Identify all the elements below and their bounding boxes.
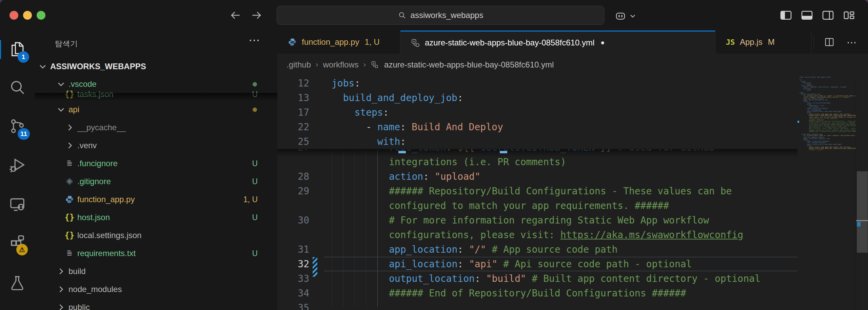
- sidebar-more-actions-icon[interactable]: ⋯: [249, 33, 261, 47]
- dirty-indicator: ●: [600, 39, 605, 46]
- search-icon: [398, 11, 407, 20]
- sticky-line-22: 22 - name: Build And Deploy: [277, 120, 797, 134]
- split-editor-icon[interactable]: [824, 36, 835, 48]
- toggle-panel-icon[interactable]: [800, 8, 814, 22]
- tree-item-api[interactable]: api: [35, 101, 277, 118]
- chevron-right-icon: [56, 267, 66, 276]
- tab-status-suffix: M: [768, 37, 775, 47]
- workflow-icon: [371, 60, 379, 69]
- vscode-window: assiworks_webapps: [0, 0, 868, 310]
- line-number: 28: [277, 169, 309, 184]
- git-status-badge: U: [252, 213, 258, 222]
- chevron-down-icon[interactable]: [629, 12, 636, 20]
- forward-arrow[interactable]: [250, 9, 263, 22]
- activity-item-search[interactable]: [8, 78, 26, 96]
- scrollbar-slider[interactable]: [857, 171, 868, 253]
- minimize-window-button[interactable]: [23, 11, 32, 20]
- scrollbar[interactable]: [856, 76, 868, 310]
- tree-item--pycache-[interactable]: __pycache__: [35, 119, 277, 136]
- code-line-35: 35: [277, 301, 868, 310]
- line-number: 30: [277, 213, 309, 228]
- breadcrumb-separator: ›: [316, 60, 318, 69]
- layout-controls: [779, 8, 856, 22]
- line-number: 32: [277, 257, 309, 271]
- list-icon: [64, 158, 75, 169]
- activity-item-run-debug[interactable]: [8, 156, 26, 174]
- tab-function-app[interactable]: function_app.py1, U: [277, 31, 400, 54]
- tree-item-label: function_app.py: [77, 195, 135, 204]
- sticky-scroll: 12jobs:13 build_and_deploy_job:17 steps:…: [277, 76, 797, 149]
- tree-item-requirements-txt[interactable]: requirements.txtU: [35, 245, 277, 262]
- badge-extensions: ⚠: [16, 244, 28, 255]
- close-window-button[interactable]: [9, 11, 18, 20]
- toggle-secondary-sidebar-icon[interactable]: [821, 8, 835, 22]
- back-arrow[interactable]: [229, 9, 242, 22]
- tree-item-local-settings-json[interactable]: {}local.settings.json: [35, 227, 277, 244]
- tree-item-host-json[interactable]: {}host.jsonU: [35, 209, 277, 226]
- activity-item-remote-explorer[interactable]: [8, 195, 26, 213]
- workflow-icon: [411, 38, 420, 47]
- code-line-34: 34###### End of Repository/Build Configu…: [277, 286, 868, 301]
- sidebar-title: 탐색기: [55, 39, 78, 49]
- tab-azure-yml[interactable]: azure-static-web-apps-blue-bay-0858fc610…: [400, 31, 715, 54]
- tab-app-js[interactable]: JSApp.jsM: [715, 31, 811, 54]
- sticky-line-25: 25 with:: [277, 134, 797, 149]
- tree-item-function-app-py[interactable]: function_app.py1, U: [35, 191, 277, 208]
- code-editor[interactable]: 27repo_token: ${{ secrets.GITHUB_TOKEN }…: [277, 76, 868, 310]
- tree-item-label: api: [68, 105, 79, 114]
- python-icon: [288, 37, 297, 47]
- tree-item-build[interactable]: build: [35, 263, 277, 280]
- tree-item-label: .venv: [77, 141, 97, 150]
- zoom-window-button[interactable]: [37, 11, 45, 20]
- overview-modified-marker: [857, 222, 861, 227]
- activity-item-testing[interactable]: [8, 274, 26, 292]
- chevron-right-icon: [56, 285, 66, 294]
- git-status-badge: U: [252, 159, 258, 168]
- line-number: 12: [277, 76, 309, 91]
- more-actions-icon[interactable]: ⋯: [847, 36, 858, 48]
- tree-item-label: tasks.json: [77, 90, 114, 99]
- git-status-badge: U: [252, 90, 258, 99]
- command-center-search[interactable]: assiworks_webapps: [277, 6, 604, 25]
- selection-highlight: [500, 151, 507, 153]
- minimap[interactable]: name: Azure Static Web Apps CI/CD on: pu…: [797, 76, 856, 310]
- breadcrumb-segment[interactable]: .github: [287, 60, 311, 70]
- search-icon: [8, 78, 26, 96]
- titlebar: assiworks_webapps: [0, 0, 868, 31]
- tree-root[interactable]: ASSIWORKS_WEBAPPS: [35, 58, 277, 75]
- toggle-primary-sidebar-icon[interactable]: [779, 8, 793, 22]
- tab-label: App.js: [740, 37, 763, 47]
- git-modified-gutter: [313, 257, 317, 277]
- line-number: 17: [277, 105, 309, 120]
- minimap-modified-marker: [797, 121, 799, 123]
- json-icon: {}: [64, 230, 75, 240]
- git-status-badge: 1, U: [243, 195, 258, 204]
- overview-cursor-marker: [856, 220, 868, 221]
- line-number: 13: [277, 91, 309, 105]
- customize-layout-icon[interactable]: [842, 8, 856, 22]
- beaker-icon: [8, 274, 26, 292]
- explorer-sidebar: 탐색기 ⋯ ASSIWORKS_WEBAPPS.vscode{}tasks.js…: [35, 31, 278, 310]
- tree-item-node-modules[interactable]: node_modules: [35, 280, 277, 298]
- line-number: 25: [277, 134, 309, 149]
- line-number: 33: [277, 271, 309, 286]
- breadcrumb-segment[interactable]: workflows: [323, 60, 358, 70]
- copilot-icon[interactable]: [614, 9, 627, 22]
- breadcrumb-file[interactable]: azure-static-web-apps-blue-bay-0858fc610…: [384, 60, 554, 70]
- tree-item--gitignore[interactable]: .gitignoreU: [35, 173, 277, 190]
- git-icon: [64, 176, 75, 187]
- tree-item--venv[interactable]: .venv: [35, 137, 277, 154]
- python-icon: [64, 194, 75, 205]
- breadcrumb: .github›workflows›azure-static-web-apps-…: [277, 54, 868, 76]
- tree-item--funcignore[interactable]: .funcignoreU: [35, 155, 277, 172]
- tree-item-label: local.settings.json: [77, 231, 141, 240]
- tree-item-label: node_modules: [68, 285, 122, 294]
- code-line-wrap: configured to match your app requirement…: [277, 198, 868, 213]
- sticky-line-17: 17 steps:: [277, 105, 797, 120]
- json-icon: {}: [64, 89, 75, 99]
- chevron-right-icon: [65, 141, 75, 150]
- tree-item-label: .funcignore: [77, 159, 118, 168]
- tree-item-public[interactable]: public: [35, 298, 277, 310]
- line-number: 34: [277, 286, 309, 301]
- editor-actions: ⋯: [813, 31, 868, 54]
